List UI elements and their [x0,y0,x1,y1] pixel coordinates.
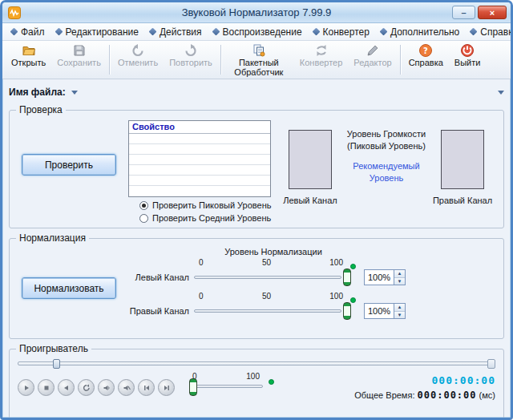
play-icon [22,384,30,392]
previous-button[interactable] [138,379,155,396]
editor-button[interactable]: Редактор [348,42,397,78]
scale-tick-0: 0 [199,292,204,301]
slider-track[interactable] [194,276,341,279]
scale-tick-100: 100 [329,292,343,301]
check-section: Проверка Проверить Свойство [9,110,504,228]
menu-help[interactable]: Справка [465,24,513,40]
green-indicator-dot [269,379,274,385]
menu-file[interactable]: Файл [6,24,50,40]
stop-button[interactable] [38,379,55,396]
slider-thumb[interactable] [343,269,351,286]
menu-file-label: Файл [21,26,45,38]
repeat-icon [83,384,91,392]
menu-converter[interactable]: Конвертер [308,24,375,40]
titlebar[interactable]: Звуковой Нормализатор 7.99.9 – × [2,2,511,23]
menu-bullet-icon [312,28,320,36]
menu-extra[interactable]: Дополнительно [375,24,465,40]
scale-tick-50: 50 [262,292,271,301]
seek-thumb[interactable] [53,359,60,369]
radio-check-peak-level[interactable]: Проверить Пиковый Уровень [139,200,274,210]
play-button[interactable] [18,379,34,396]
player-section: Проигрыватель [9,349,504,420]
right-channel-label: Правый Канал [433,196,492,205]
mute-button[interactable] [118,379,135,396]
seek-end-button[interactable] [487,359,495,369]
save-button-label: Сохранить [57,59,101,68]
time-display: 000:00:00 Общее Время: 000:00:00 (мс) [354,372,495,401]
radio-icon[interactable] [139,201,148,210]
converter-button[interactable]: Конвертер [294,42,348,78]
toolbar-separator [400,45,401,75]
redo-arrow-icon [184,43,198,58]
menu-actions[interactable]: Действия [144,24,208,40]
open-button[interactable]: Открыть [6,42,51,78]
left-slider-scale: 0 50 100 [197,258,354,268]
filename-dropdown-button[interactable] [498,91,504,95]
save-button[interactable]: Сохранить [51,42,107,78]
seek-bar[interactable] [18,357,495,370]
next-icon [163,384,171,392]
slider-track[interactable] [194,309,341,313]
spin-up-icon[interactable]: ▲ [394,270,405,278]
check-section-title: Проверка [16,104,66,115]
repeat-button[interactable] [78,379,95,396]
filename-combobox[interactable] [83,85,493,99]
normalization-level-title: Уровень Нормализации [197,247,349,256]
volume-slider-scale: 0 100 [192,372,260,381]
slider-thumb[interactable] [343,302,351,320]
rewind-button[interactable] [58,379,75,396]
toolbar-separator [109,45,110,75]
left-meter-block: Левый Канал [287,130,333,224]
left-channel-slider[interactable] [194,268,351,287]
help-button[interactable]: ? Справка [403,42,449,78]
volume-level-title: Уровень Громкости (Пиковый Уровень) [337,128,436,152]
volume-button[interactable] [98,379,115,396]
normalize-button[interactable]: Нормализовать [22,277,116,299]
radio-icon[interactable] [139,214,148,223]
table-row [129,155,270,165]
spin-down-icon[interactable]: ▼ [394,278,405,285]
undo-arrow-icon [131,43,145,58]
recommended-level-link[interactable]: Рекомендуемый Уровень [337,160,436,184]
volume-slider-thumb[interactable] [189,378,197,396]
radio-peak-label: Проверить Пиковый Уровень [152,200,272,210]
right-channel-meter [441,130,484,189]
properties-table[interactable]: Свойство [128,120,271,197]
toolbar-separator [220,45,221,75]
toolbar: Открыть Сохранить Отменить Повторить [2,41,511,79]
close-button[interactable]: × [478,6,507,19]
filename-caret-icon[interactable] [71,91,78,95]
check-button-column: Проверить [10,120,128,224]
left-channel-slider-group: 0 50 100 Левый Канал 1 [128,258,497,287]
right-channel-slider-group: 0 50 100 Правый Канал [128,292,497,321]
rewind-icon [63,384,71,392]
spin-up-icon[interactable]: ▲ [394,304,405,312]
exit-button[interactable]: Выйти [449,42,487,78]
properties-table-header: Свойство [129,121,270,134]
undo-button[interactable]: Отменить [112,42,164,78]
volume-slider-track[interactable] [191,385,263,388]
right-channel-value[interactable]: 100% [364,303,394,319]
player-section-title: Проигрыватель [16,343,91,354]
minimize-button[interactable]: – [452,6,475,19]
spin-down-icon[interactable]: ▼ [394,312,405,319]
menu-edit[interactable]: Редактирование [50,24,144,40]
scale-tick-100: 100 [329,258,343,268]
right-channel-slider[interactable] [194,301,351,321]
seek-track[interactable] [18,361,495,365]
normalization-section-title: Нормализация [16,232,89,244]
menu-playback[interactable]: Воспроизведение [208,24,308,40]
batch-processor-button[interactable]: Пакетный Обработчик [224,42,294,78]
open-button-label: Открыть [11,59,46,68]
check-table-column: Свойство Проверить Пиковый Уровень [128,120,274,224]
right-slider-scale: 0 50 100 [197,292,354,301]
radio-check-average-level[interactable]: Проверить Средний Уровень [139,213,274,223]
filename-label: Имя файла: [9,87,66,98]
left-channel-value[interactable]: 100% [364,269,394,285]
redo-button[interactable]: Повторить [164,42,218,78]
table-row [129,165,270,176]
next-button[interactable] [158,379,175,396]
check-button[interactable]: Проверить [22,154,116,176]
redo-button-label: Повторить [169,59,212,68]
exit-power-icon [460,43,475,58]
